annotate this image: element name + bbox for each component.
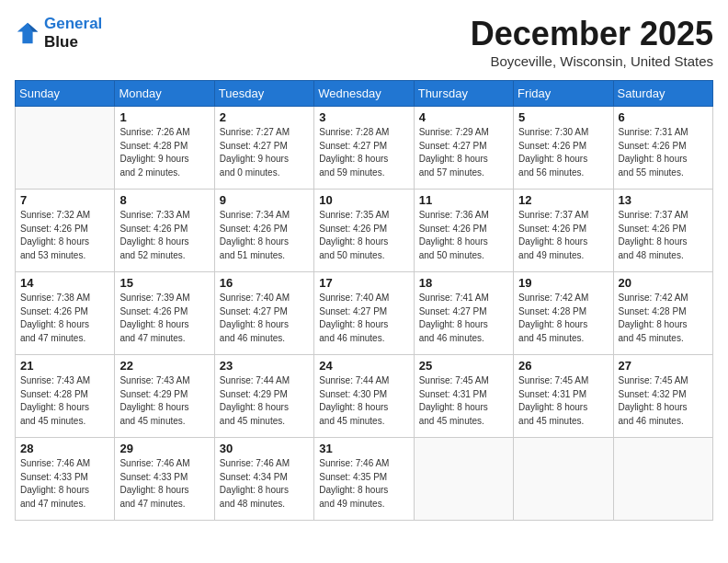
day-info: Sunrise: 7:28 AMSunset: 4:27 PMDaylight:…	[319, 126, 408, 179]
day-cell: 28Sunrise: 7:46 AMSunset: 4:33 PMDayligh…	[16, 438, 115, 521]
page-header: General Blue December 2025 Boyceville, W…	[15, 15, 713, 69]
day-number: 27	[619, 359, 708, 373]
day-number: 30	[220, 442, 309, 455]
day-info: Sunrise: 7:30 AMSunset: 4:26 PMDaylight:…	[518, 126, 608, 179]
month-title: December 2025	[471, 15, 713, 53]
day-cell: 16Sunrise: 7:40 AMSunset: 4:27 PMDayligh…	[214, 272, 313, 355]
day-info: Sunrise: 7:45 AMSunset: 4:31 PMDaylight:…	[419, 374, 508, 428]
week-row: 7Sunrise: 7:32 AMSunset: 4:26 PMDaylight…	[16, 190, 713, 272]
day-number: 5	[518, 110, 608, 124]
day-number: 1	[119, 110, 209, 124]
day-info: Sunrise: 7:46 AMSunset: 4:33 PMDaylight:…	[119, 457, 209, 511]
weekday-header: Friday	[514, 81, 613, 107]
day-cell: 19Sunrise: 7:42 AMSunset: 4:28 PMDayligh…	[514, 272, 613, 355]
day-cell: 21Sunrise: 7:43 AMSunset: 4:28 PMDayligh…	[16, 355, 115, 438]
day-number: 31	[319, 442, 408, 455]
day-info: Sunrise: 7:38 AMSunset: 4:26 PMDaylight:…	[20, 292, 109, 345]
day-number: 17	[319, 276, 408, 290]
day-cell: 22Sunrise: 7:43 AMSunset: 4:29 PMDayligh…	[115, 355, 214, 438]
day-number: 2	[220, 110, 309, 124]
day-number: 15	[119, 276, 209, 290]
day-cell: 24Sunrise: 7:44 AMSunset: 4:30 PMDayligh…	[314, 355, 414, 438]
day-info: Sunrise: 7:46 AMSunset: 4:34 PMDaylight:…	[220, 457, 309, 511]
week-row: 1Sunrise: 7:26 AMSunset: 4:28 PMDaylight…	[16, 107, 713, 190]
weekday-header: Tuesday	[214, 81, 313, 107]
day-cell: 12Sunrise: 7:37 AMSunset: 4:26 PMDayligh…	[514, 190, 613, 272]
day-info: Sunrise: 7:42 AMSunset: 4:28 PMDaylight:…	[518, 292, 608, 345]
day-cell: 8Sunrise: 7:33 AMSunset: 4:26 PMDaylight…	[115, 190, 214, 272]
day-info: Sunrise: 7:40 AMSunset: 4:27 PMDaylight:…	[319, 292, 408, 345]
weekday-header: Saturday	[613, 81, 712, 107]
day-info: Sunrise: 7:37 AMSunset: 4:26 PMDaylight:…	[619, 209, 708, 262]
day-cell: 6Sunrise: 7:31 AMSunset: 4:26 PMDaylight…	[613, 107, 712, 190]
svg-marker-0	[17, 23, 38, 43]
day-number: 3	[319, 110, 408, 124]
day-info: Sunrise: 7:44 AMSunset: 4:30 PMDaylight:…	[319, 374, 408, 428]
day-cell: 7Sunrise: 7:32 AMSunset: 4:26 PMDaylight…	[16, 190, 115, 272]
calendar-table: SundayMondayTuesdayWednesdayThursdayFrid…	[15, 80, 713, 521]
day-cell: 2Sunrise: 7:27 AMSunset: 4:27 PMDaylight…	[214, 107, 313, 190]
day-number: 25	[419, 359, 508, 373]
day-cell: 17Sunrise: 7:40 AMSunset: 4:27 PMDayligh…	[314, 272, 414, 355]
day-number: 19	[518, 276, 608, 290]
day-info: Sunrise: 7:41 AMSunset: 4:27 PMDaylight:…	[419, 292, 508, 345]
day-info: Sunrise: 7:34 AMSunset: 4:26 PMDaylight:…	[220, 209, 309, 262]
day-number: 14	[20, 276, 109, 290]
day-info: Sunrise: 7:42 AMSunset: 4:28 PMDaylight:…	[619, 292, 708, 345]
day-number: 28	[20, 442, 109, 455]
day-info: Sunrise: 7:45 AMSunset: 4:32 PMDaylight:…	[619, 374, 708, 428]
day-info: Sunrise: 7:39 AMSunset: 4:26 PMDaylight:…	[119, 292, 209, 345]
day-cell: 5Sunrise: 7:30 AMSunset: 4:26 PMDaylight…	[514, 107, 613, 190]
day-number: 29	[119, 442, 209, 455]
day-cell	[613, 438, 712, 521]
day-info: Sunrise: 7:40 AMSunset: 4:27 PMDaylight:…	[220, 292, 309, 345]
day-cell: 13Sunrise: 7:37 AMSunset: 4:26 PMDayligh…	[613, 190, 712, 272]
weekday-header-row: SundayMondayTuesdayWednesdayThursdayFrid…	[16, 81, 713, 107]
day-cell: 18Sunrise: 7:41 AMSunset: 4:27 PMDayligh…	[414, 272, 513, 355]
day-cell: 9Sunrise: 7:34 AMSunset: 4:26 PMDaylight…	[214, 190, 313, 272]
day-cell: 15Sunrise: 7:39 AMSunset: 4:26 PMDayligh…	[115, 272, 214, 355]
day-info: Sunrise: 7:29 AMSunset: 4:27 PMDaylight:…	[419, 126, 508, 179]
logo-icon	[15, 20, 40, 46]
day-cell: 23Sunrise: 7:44 AMSunset: 4:29 PMDayligh…	[214, 355, 313, 438]
day-info: Sunrise: 7:45 AMSunset: 4:31 PMDaylight:…	[518, 374, 608, 428]
day-info: Sunrise: 7:44 AMSunset: 4:29 PMDaylight:…	[220, 374, 309, 428]
day-cell: 10Sunrise: 7:35 AMSunset: 4:26 PMDayligh…	[314, 190, 414, 272]
day-info: Sunrise: 7:32 AMSunset: 4:26 PMDaylight:…	[20, 209, 109, 262]
day-info: Sunrise: 7:46 AMSunset: 4:35 PMDaylight:…	[319, 457, 408, 511]
day-info: Sunrise: 7:37 AMSunset: 4:26 PMDaylight:…	[518, 209, 608, 262]
day-cell	[414, 438, 513, 521]
day-cell: 27Sunrise: 7:45 AMSunset: 4:32 PMDayligh…	[613, 355, 712, 438]
day-number: 18	[419, 276, 508, 290]
day-cell: 4Sunrise: 7:29 AMSunset: 4:27 PMDaylight…	[414, 107, 513, 190]
day-number: 7	[20, 193, 109, 207]
day-cell: 11Sunrise: 7:36 AMSunset: 4:26 PMDayligh…	[414, 190, 513, 272]
day-cell	[16, 107, 115, 190]
day-cell: 26Sunrise: 7:45 AMSunset: 4:31 PMDayligh…	[514, 355, 613, 438]
weekday-header: Monday	[115, 81, 214, 107]
day-cell: 29Sunrise: 7:46 AMSunset: 4:33 PMDayligh…	[115, 438, 214, 521]
week-row: 28Sunrise: 7:46 AMSunset: 4:33 PMDayligh…	[16, 438, 713, 521]
day-number: 10	[319, 193, 408, 207]
logo: General Blue	[15, 15, 102, 52]
logo-text: General Blue	[44, 15, 102, 52]
day-cell: 3Sunrise: 7:28 AMSunset: 4:27 PMDaylight…	[314, 107, 414, 190]
day-info: Sunrise: 7:43 AMSunset: 4:28 PMDaylight:…	[20, 374, 109, 428]
day-number: 13	[619, 193, 708, 207]
week-row: 14Sunrise: 7:38 AMSunset: 4:26 PMDayligh…	[16, 272, 713, 355]
weekday-header: Sunday	[16, 81, 115, 107]
day-number: 24	[319, 359, 408, 373]
day-number: 26	[518, 359, 608, 373]
day-cell: 14Sunrise: 7:38 AMSunset: 4:26 PMDayligh…	[16, 272, 115, 355]
location: Boyceville, Wisconsin, United States	[471, 53, 713, 69]
day-info: Sunrise: 7:31 AMSunset: 4:26 PMDaylight:…	[619, 126, 708, 179]
day-number: 8	[119, 193, 209, 207]
day-number: 22	[119, 359, 209, 373]
weekday-header: Thursday	[414, 81, 513, 107]
day-number: 4	[419, 110, 508, 124]
day-info: Sunrise: 7:33 AMSunset: 4:26 PMDaylight:…	[119, 209, 209, 262]
day-cell: 1Sunrise: 7:26 AMSunset: 4:28 PMDaylight…	[115, 107, 214, 190]
day-info: Sunrise: 7:35 AMSunset: 4:26 PMDaylight:…	[319, 209, 408, 262]
day-number: 9	[220, 193, 309, 207]
day-cell: 20Sunrise: 7:42 AMSunset: 4:28 PMDayligh…	[613, 272, 712, 355]
